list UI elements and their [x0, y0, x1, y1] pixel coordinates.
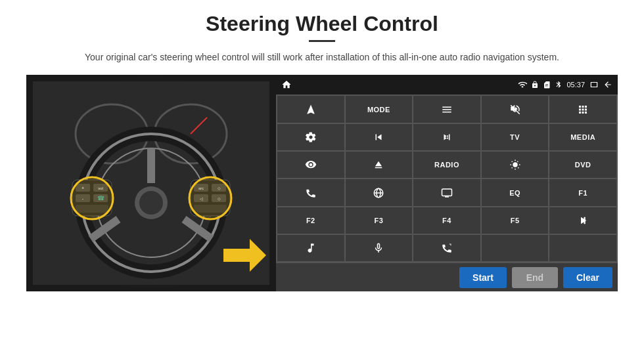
svg-point-11 [139, 191, 163, 215]
menu-btn[interactable] [413, 96, 480, 122]
status-bar: 05:37 [276, 75, 618, 94]
steering-wheel-svg: + - vol ☎ src ◇ [33, 81, 269, 285]
end-button[interactable]: End [512, 267, 558, 288]
status-right: 05:37 [518, 80, 612, 89]
mode-btn[interactable]: MODE [346, 96, 413, 122]
mic-btn[interactable] [346, 235, 413, 261]
f1-btn[interactable]: F1 [549, 179, 616, 205]
content-row: + - vol ☎ src ◇ [26, 75, 618, 291]
music-btn[interactable] [277, 235, 344, 261]
title-divider [309, 40, 335, 42]
svg-rect-42 [584, 217, 586, 224]
media-btn[interactable]: MEDIA [549, 124, 616, 150]
clear-button[interactable]: Clear [563, 267, 612, 288]
lock-icon [531, 81, 539, 89]
window-icon [589, 80, 599, 89]
home-icon [281, 79, 292, 90]
apps-btn[interactable] [549, 96, 616, 122]
action-bar: Start End Clear [276, 262, 618, 291]
screen-btn[interactable] [413, 179, 480, 205]
f5-btn[interactable]: F5 [482, 207, 549, 234]
car-image-container: + - vol ☎ src ◇ [26, 75, 276, 291]
eq-btn[interactable]: EQ [482, 179, 549, 205]
radio-btn[interactable]: RADIO [413, 152, 480, 178]
svg-rect-40 [442, 189, 451, 196]
prev-btn[interactable] [346, 124, 413, 150]
playpause-btn[interactable] [549, 207, 616, 234]
f3-btn[interactable]: F3 [346, 207, 413, 234]
mute-btn[interactable] [482, 96, 549, 122]
cam360-btn[interactable] [277, 152, 344, 178]
f2-btn[interactable]: F2 [277, 207, 344, 234]
phonecall-btn[interactable] [413, 235, 480, 261]
svg-point-36 [310, 163, 313, 167]
start-button[interactable]: Start [459, 267, 507, 288]
dvd-btn[interactable]: DVD [549, 152, 616, 178]
car-image-bg: + - vol ☎ src ◇ [26, 75, 276, 291]
time-display: 05:37 [566, 81, 585, 89]
button-grid: MODE TV [276, 94, 618, 262]
page-wrapper: Steering Wheel Control Your original car… [0, 0, 644, 357]
svg-point-32 [71, 177, 113, 219]
phone-btn[interactable] [277, 179, 344, 205]
tv-btn[interactable]: TV [482, 124, 549, 150]
empty1-btn [482, 235, 549, 261]
eject-btn[interactable] [346, 152, 413, 178]
control-panel: 05:37 MODE [276, 75, 618, 291]
wifi-icon [518, 80, 527, 89]
brightness-btn[interactable] [482, 152, 549, 178]
bluetooth-icon [555, 80, 563, 89]
sim-icon [543, 81, 551, 89]
next-btn[interactable] [413, 124, 480, 150]
nav-btn[interactable] [277, 96, 344, 122]
browse-btn[interactable] [346, 179, 413, 205]
svg-point-33 [189, 177, 231, 219]
back-icon [603, 80, 612, 89]
empty2-btn [549, 235, 616, 261]
f4-btn[interactable]: F4 [413, 207, 480, 234]
settings-btn[interactable] [277, 124, 344, 150]
status-left [281, 79, 292, 90]
page-title: Steering Wheel Control [206, 12, 438, 36]
page-subtitle: Your original car's steering wheel contr… [85, 50, 559, 64]
